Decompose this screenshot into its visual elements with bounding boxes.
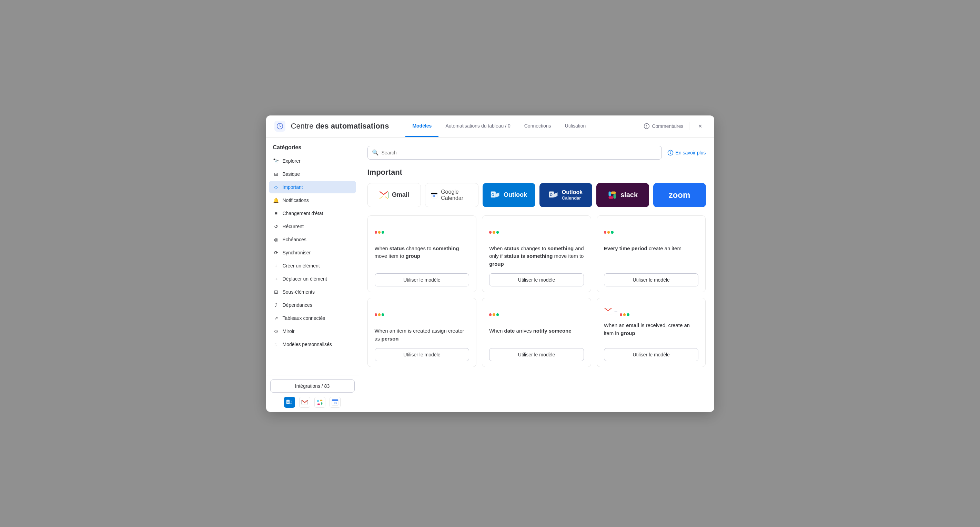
card-logo xyxy=(375,306,469,322)
sidebar-item-label: Explorer xyxy=(283,158,301,164)
modal-header: Centre des automatisations Modèles Autom… xyxy=(266,115,714,137)
svg-rect-7 xyxy=(318,403,320,404)
sidebar-icon: ↗ xyxy=(273,315,279,321)
card-text: When date arrives notify someone xyxy=(489,327,584,342)
sidebar-item-échéances[interactable]: ◎ Échéances xyxy=(269,233,356,246)
learn-more-label: En savoir plus xyxy=(676,150,706,156)
gcal-integration-card[interactable]: 31 Google Calendar xyxy=(425,183,479,207)
search-bar[interactable]: 🔍 xyxy=(368,146,662,159)
main-content: 🔍 En savoir plus Important xyxy=(359,137,714,412)
tab-utilisation[interactable]: Utilisation xyxy=(558,115,593,137)
sidebar-item-label: Créer un élément xyxy=(283,263,320,269)
outlook-label: Outlook xyxy=(504,191,527,199)
close-button[interactable]: × xyxy=(695,121,706,132)
sidebar-item-dépendances[interactable]: ⤴ Dépendances xyxy=(269,299,356,311)
sidebar-item-label: Déplacer un élément xyxy=(283,276,327,282)
learn-more-button[interactable]: En savoir plus xyxy=(667,150,706,156)
automation-card-4[interactable]: When date arrives notify someone Utilise… xyxy=(482,298,591,367)
use-template-button-2[interactable]: Utiliser le modèle xyxy=(604,273,699,287)
sidebar-item-basique[interactable]: ⊞ Basique xyxy=(269,168,356,180)
modal-tabs: Modèles Automatisations du tableau / 0 C… xyxy=(406,115,593,137)
card-logo xyxy=(489,306,584,322)
sidebar-icon: ⊙ xyxy=(273,328,279,334)
sidebar-icon: → xyxy=(273,276,279,282)
sidebar-item-label: Changement d'état xyxy=(283,210,323,216)
outlook-cal-integration-card[interactable]: O Outlook Calendar xyxy=(539,183,592,207)
sidebar-item-tableaux-connectés[interactable]: ↗ Tableaux connectés xyxy=(269,312,356,324)
automation-grid: When status changes to something move it… xyxy=(368,215,706,368)
use-template-button-5[interactable]: Utiliser le modèle xyxy=(604,348,699,361)
close-icon: × xyxy=(698,123,702,130)
sidebar-item-créer-un-élément[interactable]: + Créer un élément xyxy=(269,260,356,272)
svg-rect-23 xyxy=(608,196,613,199)
automation-card-3[interactable]: When an item is created assign creator a… xyxy=(368,298,477,367)
sidebar: Catégories 🔭 Explorer ⊞ Basique ◇ Import… xyxy=(266,137,359,412)
use-template-button-3[interactable]: Utiliser le modèle xyxy=(375,348,469,361)
tab-connections[interactable]: Connections xyxy=(517,115,558,137)
tab-modeles[interactable]: Modèles xyxy=(406,115,439,137)
integration-cards: Gmail 31 Google Calendar xyxy=(368,183,706,207)
sidebar-icon: ≈ xyxy=(273,341,279,347)
sidebar-item-label: Notifications xyxy=(283,197,309,203)
gmail-label: Gmail xyxy=(392,191,409,199)
sidebar-item-sous-éléments[interactable]: ⊟ Sous-éléments xyxy=(269,286,356,298)
automation-card-0[interactable]: When status changes to something move it… xyxy=(368,215,477,293)
sidebar-logos: O xyxy=(270,397,355,408)
sidebar-title: Catégories xyxy=(269,142,356,155)
slack-logo[interactable] xyxy=(314,397,325,408)
outlook-integration-card[interactable]: O Outlook xyxy=(483,183,535,207)
search-icon: 🔍 xyxy=(372,149,379,156)
gmail-logo[interactable] xyxy=(299,397,310,408)
use-template-button-1[interactable]: Utiliser le modèle xyxy=(489,273,584,287)
comments-button[interactable]: Commentaires xyxy=(644,123,683,129)
sidebar-item-label: Récurrent xyxy=(283,224,304,229)
sidebar-bottom: Intégrations / 83 O xyxy=(266,375,359,412)
gcal-label: Google Calendar xyxy=(441,189,472,201)
sidebar-item-synchroniser[interactable]: ⟳ Synchroniser xyxy=(269,247,356,259)
sidebar-item-explorer[interactable]: 🔭 Explorer xyxy=(269,155,356,167)
sidebar-item-déplacer-un-élément[interactable]: → Déplacer un élément xyxy=(269,273,356,285)
sidebar-icon: ≡ xyxy=(273,210,279,217)
svg-rect-14 xyxy=(431,193,437,194)
use-template-button-0[interactable]: Utiliser le modèle xyxy=(375,273,469,287)
comments-icon xyxy=(644,123,650,129)
sidebar-item-modèles-personnalisés[interactable]: ≈ Modèles personnalisés xyxy=(269,338,356,350)
automation-card-5[interactable]: → When an email is received, create an i… xyxy=(597,298,706,367)
svg-rect-5 xyxy=(321,402,323,404)
sidebar-item-important[interactable]: ◇ Important xyxy=(269,181,356,193)
sidebar-icon: ⊟ xyxy=(273,289,279,295)
sidebar-item-miroir[interactable]: ⊙ Miroir xyxy=(269,325,356,338)
slack-integration-card[interactable]: slack xyxy=(597,183,649,207)
card-logo: → xyxy=(604,306,699,316)
sidebar-item-label: Important xyxy=(283,185,303,190)
svg-rect-21 xyxy=(613,194,616,199)
tab-automations[interactable]: Automatisations du tableau / 0 xyxy=(439,115,517,137)
sidebar-item-label: Dépendances xyxy=(283,302,312,308)
sidebar-item-changement-détat[interactable]: ≡ Changement d'état xyxy=(269,207,356,220)
sidebar-item-label: Basique xyxy=(283,171,300,177)
svg-rect-4 xyxy=(318,400,319,402)
outlook-logo[interactable]: O xyxy=(284,397,295,408)
sidebar-item-label: Échéances xyxy=(283,237,307,242)
card-text: Every time period create an item xyxy=(604,245,699,268)
sidebar-item-récurrent[interactable]: ↺ Récurrent xyxy=(269,220,356,232)
automation-card-2[interactable]: Every time period create an item Utilise… xyxy=(597,215,706,293)
automation-card-1[interactable]: When status changes to something and onl… xyxy=(482,215,591,293)
gmail-integration-card[interactable]: Gmail xyxy=(368,183,421,207)
sidebar-item-label: Miroir xyxy=(283,328,295,334)
sidebar-item-label: Synchroniser xyxy=(283,250,311,255)
integrations-button[interactable]: Intégrations / 83 xyxy=(270,379,355,393)
card-text: When status changes to something move it… xyxy=(375,245,469,268)
card-text: When status changes to something and onl… xyxy=(489,245,584,268)
sidebar-item-label: Modèles personnalisés xyxy=(283,342,332,347)
zoom-integration-card[interactable]: zoom xyxy=(653,183,706,207)
zoom-label: zoom xyxy=(669,190,690,200)
sidebar-icon: ⊞ xyxy=(273,171,279,177)
svg-text:31: 31 xyxy=(334,401,337,404)
sidebar-item-notifications[interactable]: 🔔 Notifications xyxy=(269,194,356,207)
sidebar-icon: ◎ xyxy=(273,236,279,243)
search-input[interactable] xyxy=(382,150,657,156)
use-template-button-4[interactable]: Utiliser le modèle xyxy=(489,348,584,361)
gcal-logo[interactable]: 31 xyxy=(329,397,340,408)
comments-label: Commentaires xyxy=(652,123,683,129)
